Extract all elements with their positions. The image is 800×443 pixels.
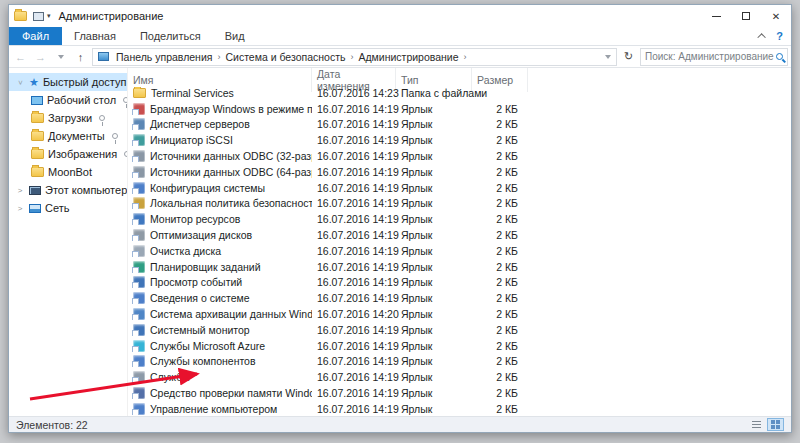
file-size: 2 КБ (472, 245, 528, 257)
file-size: 2 КБ (472, 324, 528, 336)
file-row-10[interactable]: Очистка диска16.07.2016 14:19Ярлык2 КБ (128, 243, 791, 259)
file-name: Службы (150, 371, 190, 383)
sidebar-item-3[interactable]: Документы (9, 127, 127, 145)
file-row-8[interactable]: Монитор ресурсов16.07.2016 14:19Ярлык2 К… (128, 211, 791, 227)
file-type: Ярлык (396, 229, 472, 241)
file-size: 2 КБ (472, 387, 528, 399)
file-name: Конфигурация системы (150, 182, 265, 194)
sidebar-item-0[interactable]: Быстрый доступ (9, 73, 127, 91)
file-name-cell: Локальная политика безопасности (128, 197, 312, 209)
breadcrumb-chevron-icon[interactable]: › (461, 52, 470, 62)
file-name: Системный монитор (150, 324, 250, 336)
pin-icon (123, 97, 127, 103)
sidebar-item-2[interactable]: Загрузки (9, 109, 127, 127)
up-button[interactable]: ↑ (72, 48, 89, 65)
ribbon-tabs: ГлавнаяПоделитьсяВид (62, 27, 257, 45)
refresh-button[interactable]: ↻ (620, 48, 637, 65)
file-size: 2 КБ (472, 213, 528, 225)
sidebar-item-label: Рабочий стол (47, 94, 116, 106)
file-row-7[interactable]: Локальная политика безопасности16.07.201… (128, 196, 791, 212)
ribbon-expand-icon[interactable] (758, 33, 766, 41)
window-controls (701, 5, 791, 27)
sidebar-item-1[interactable]: Рабочий стол (9, 91, 127, 109)
minimize-button[interactable] (701, 5, 731, 27)
quick-access-toolbar-icon[interactable] (33, 12, 44, 21)
breadcrumb-chevron-icon[interactable]: › (214, 52, 223, 62)
back-button[interactable]: ← (12, 48, 29, 65)
downloads-folder-icon (31, 113, 44, 123)
search-input[interactable] (645, 51, 776, 62)
qat-customize-arrow-icon[interactable]: ▾ (47, 12, 51, 20)
file-type: Ярлык (396, 245, 472, 257)
file-name: Оптимизация дисков (150, 229, 252, 241)
ribbon-tab-0[interactable]: Главная (62, 27, 128, 45)
file-date: 16.07.2016 14:19 (312, 103, 396, 115)
file-row-20[interactable]: Управление компьютером16.07.2016 14:19Яр… (128, 401, 791, 416)
navigation-pane: Быстрый доступРабочий столЗагрузкиДокуме… (9, 68, 127, 416)
folder-icon (133, 88, 146, 98)
memory-diagnostic-icon (133, 387, 145, 399)
help-icon[interactable] (776, 30, 783, 42)
file-row-3[interactable]: Инициатор iSCSI16.07.2016 14:19Ярлык2 КБ (128, 132, 791, 148)
chevron-right-icon[interactable] (15, 204, 25, 213)
file-row-12[interactable]: Просмотр событий16.07.2016 14:19Ярлык2 К… (128, 275, 791, 291)
task-scheduler-icon (133, 261, 145, 273)
file-row-6[interactable]: Конфигурация системы16.07.2016 14:19Ярлы… (128, 180, 791, 196)
sidebar-item-label: Быстрый доступ (43, 76, 127, 88)
ribbon-right-controls (760, 27, 791, 45)
file-size: 2 КБ (472, 134, 528, 146)
file-row-0[interactable]: Terminal Services16.07.2016 14:23Папка с… (128, 85, 791, 101)
breadcrumb-segment-2[interactable]: Администрирование (356, 51, 460, 63)
quick-access-star-icon (29, 76, 39, 88)
file-row-4[interactable]: Источники данных ODBC (32-разрядна...16.… (128, 148, 791, 164)
file-row-2[interactable]: Диспетчер серверов16.07.2016 14:19Ярлык2… (128, 117, 791, 133)
network-icon (29, 204, 41, 213)
file-name: Монитор ресурсов (150, 213, 240, 225)
chevron-down-icon[interactable] (15, 78, 25, 87)
sidebar-item-4[interactable]: Изображения (9, 145, 127, 163)
documents-folder-icon (31, 131, 44, 141)
file-name-cell: Источники данных ODBC (64-разрядна... (128, 166, 312, 178)
file-row-5[interactable]: Источники данных ODBC (64-разрядна...16.… (128, 164, 791, 180)
file-pane: ИмяДата измененияТипРазмер Terminal Serv… (127, 68, 791, 416)
thumbnails-view-button[interactable] (767, 418, 784, 431)
file-name-cell: Управление компьютером (128, 403, 312, 415)
details-view-button[interactable] (748, 418, 765, 431)
address-dropdown-icon[interactable] (605, 55, 611, 59)
file-tab[interactable]: Файл (9, 27, 62, 45)
computer-management-icon (133, 403, 145, 415)
file-row-19[interactable]: Средство проверки памяти Windows16.07.20… (128, 385, 791, 401)
file-row-15[interactable]: Системный монитор16.07.2016 14:19Ярлык2 … (128, 322, 791, 338)
maximize-button[interactable] (731, 5, 761, 27)
file-row-14[interactable]: Система архивации данных Windows S...16.… (128, 306, 791, 322)
chevron-right-icon[interactable] (15, 186, 25, 195)
main-area: Быстрый доступРабочий столЗагрузкиДокуме… (9, 68, 791, 416)
file-date: 16.07.2016 14:19 (312, 118, 396, 130)
file-row-16[interactable]: Службы Microsoft Azure16.07.2016 14:19Яр… (128, 338, 791, 354)
address-box[interactable]: Панель управления›Система и безопасность… (92, 48, 617, 66)
forward-button[interactable]: → (32, 48, 49, 65)
sidebar-item-7[interactable]: Сеть (9, 199, 127, 217)
file-row-17[interactable]: Службы компонентов16.07.2016 14:19Ярлык2… (128, 354, 791, 370)
recent-locations-dropdown[interactable] (52, 48, 69, 65)
sidebar-item-6[interactable]: Этот компьютер (9, 181, 127, 199)
breadcrumb-segment-0[interactable]: Панель управления (114, 51, 214, 63)
file-date: 16.07.2016 14:19 (312, 229, 396, 241)
file-row-9[interactable]: Оптимизация дисков16.07.2016 14:19Ярлык2… (128, 227, 791, 243)
view-toggles (748, 418, 784, 431)
file-row-11[interactable]: Планировщик заданий16.07.2016 14:19Ярлык… (128, 259, 791, 275)
explorer-window: ▾ Администрирование Файл ГлавнаяПоделить… (8, 4, 792, 433)
search-icon[interactable] (776, 53, 783, 60)
ribbon-tab-2[interactable]: Вид (213, 27, 257, 45)
folder-icon (31, 167, 44, 177)
close-button[interactable] (761, 5, 791, 27)
file-row-13[interactable]: Сведения о системе16.07.2016 14:19Ярлык2… (128, 290, 791, 306)
breadcrumb-segment-1[interactable]: Система и безопасность (223, 51, 347, 63)
breadcrumb-chevron-icon[interactable]: › (347, 52, 356, 62)
file-row-1[interactable]: Брандмауэр Windows в режиме повы...16.07… (128, 101, 791, 117)
ribbon-tab-1[interactable]: Поделиться (128, 27, 213, 45)
odbc-64-icon (133, 166, 145, 178)
sidebar-item-5[interactable]: MoonBot (9, 163, 127, 181)
file-row-18[interactable]: Службы16.07.2016 14:19Ярлык2 КБ (128, 369, 791, 385)
sidebar-item-label: Загрузки (48, 112, 92, 124)
